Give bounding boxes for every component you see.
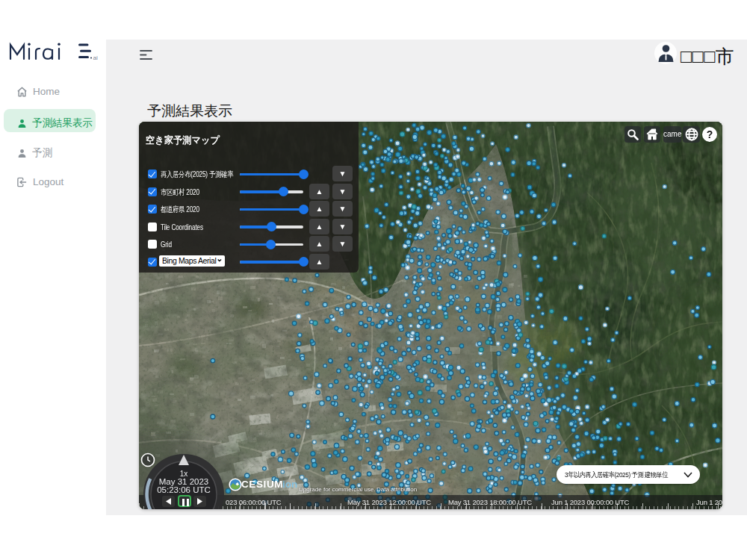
svg-text:ai: ai — [93, 55, 98, 61]
